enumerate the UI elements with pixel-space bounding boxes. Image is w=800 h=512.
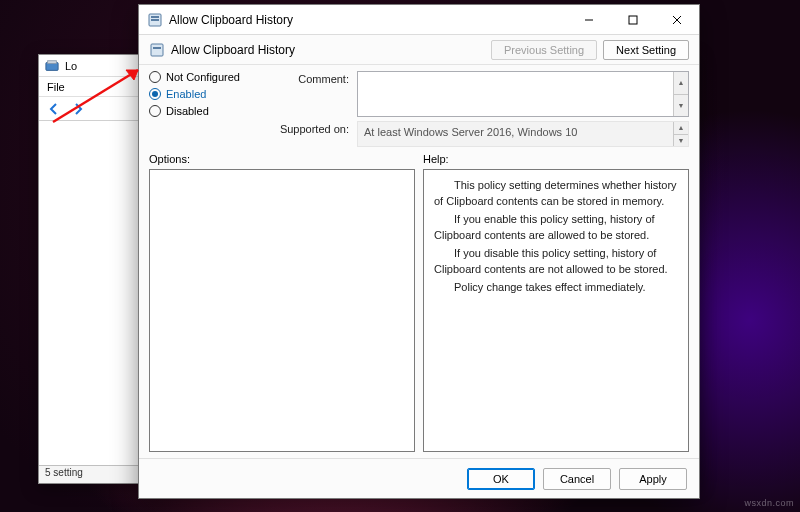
chevron-down-icon: ▼ xyxy=(673,95,688,117)
svg-rect-9 xyxy=(151,44,163,56)
dialog-subtitle: Allow Clipboard History xyxy=(171,43,295,57)
radio-icon xyxy=(149,88,161,100)
svg-rect-1 xyxy=(48,60,57,63)
policy-icon xyxy=(147,12,163,28)
status-text: 5 setting xyxy=(45,467,83,478)
apply-button[interactable]: Apply xyxy=(619,468,687,490)
gpedit-title: Lo xyxy=(65,60,77,72)
supported-label: Supported on: xyxy=(269,121,349,135)
ok-button[interactable]: OK xyxy=(467,468,535,490)
svg-rect-4 xyxy=(151,19,159,21)
help-paragraph: This policy setting determines whether h… xyxy=(434,178,678,210)
help-paragraph: If you enable this policy setting, histo… xyxy=(434,212,678,244)
comment-scroll[interactable]: ▲▼ xyxy=(673,72,688,116)
comment-label: Comment: xyxy=(269,71,349,85)
minimize-button[interactable] xyxy=(567,5,611,34)
svg-rect-10 xyxy=(153,47,161,49)
window-controls xyxy=(567,5,699,34)
options-label: Options: xyxy=(149,153,415,165)
state-radio-group: Not Configured Enabled Disabled xyxy=(149,71,259,147)
policy-dialog: Allow Clipboard History Allow Clipboard … xyxy=(138,4,700,499)
chevron-up-icon: ▲ xyxy=(673,72,688,95)
help-label: Help: xyxy=(423,153,689,165)
gpedit-icon xyxy=(45,59,59,73)
cancel-button[interactable]: Cancel xyxy=(543,468,611,490)
chevron-up-icon: ▲ xyxy=(673,122,688,135)
radio-enabled[interactable]: Enabled xyxy=(149,88,259,100)
policy-icon-small xyxy=(149,42,165,58)
previous-setting-button[interactable]: Previous Setting xyxy=(491,40,597,60)
radio-icon xyxy=(149,105,161,117)
radio-icon xyxy=(149,71,161,83)
supported-scroll[interactable]: ▲▼ xyxy=(673,122,688,146)
svg-rect-6 xyxy=(629,16,637,24)
supported-on-field: At least Windows Server 2016, Windows 10… xyxy=(357,121,689,147)
forward-icon[interactable] xyxy=(69,100,87,118)
close-button[interactable] xyxy=(655,5,699,34)
svg-rect-3 xyxy=(151,16,159,18)
config-row: Not Configured Enabled Disabled Comment:… xyxy=(139,65,699,149)
watermark: wsxdn.com xyxy=(744,498,794,508)
chevron-down-icon: ▼ xyxy=(673,135,688,147)
help-paragraph: If you disable this policy setting, hist… xyxy=(434,246,678,278)
dialog-titlebar: Allow Clipboard History xyxy=(139,5,699,35)
options-pane: Options: xyxy=(149,153,415,452)
next-setting-button[interactable]: Next Setting xyxy=(603,40,689,60)
panes: Options: Help: This policy setting deter… xyxy=(139,149,699,458)
help-box[interactable]: This policy setting determines whether h… xyxy=(423,169,689,452)
options-box[interactable] xyxy=(149,169,415,452)
dialog-title: Allow Clipboard History xyxy=(169,13,293,27)
help-pane: Help: This policy setting determines whe… xyxy=(423,153,689,452)
radio-not-configured[interactable]: Not Configured xyxy=(149,71,259,83)
maximize-button[interactable] xyxy=(611,5,655,34)
radio-disabled[interactable]: Disabled xyxy=(149,105,259,117)
comment-input[interactable]: ▲▼ xyxy=(357,71,689,117)
dialog-subheader: Allow Clipboard History Previous Setting… xyxy=(139,35,699,65)
menu-file[interactable]: File xyxy=(47,81,65,93)
dialog-footer: OK Cancel Apply xyxy=(139,458,699,498)
back-icon[interactable] xyxy=(45,100,63,118)
help-paragraph: Policy change takes effect immediately. xyxy=(434,280,678,296)
